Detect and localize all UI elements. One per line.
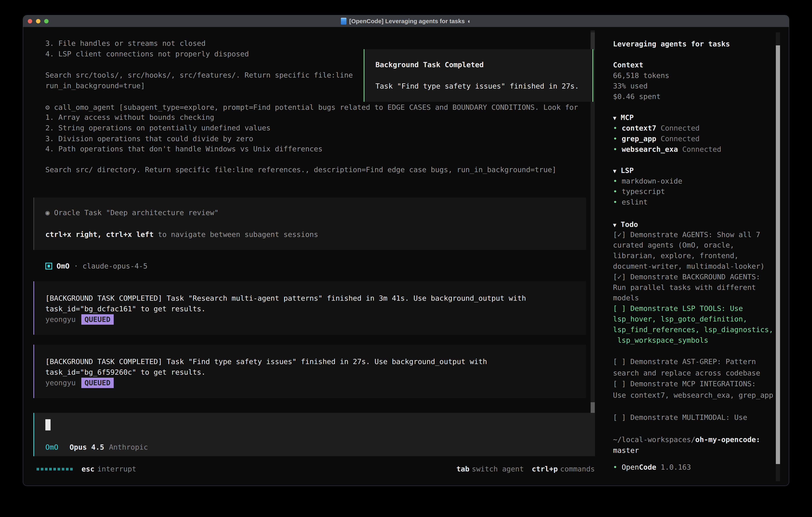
todo-item-active-line: lsp_find_references, lsp_diagnostics,	[613, 324, 773, 335]
mcp-item-name: context7	[621, 124, 656, 132]
main-scrollbar-cap[interactable]	[590, 32, 595, 50]
oracle-task-title: Oracle Task "Deep architecture review"	[54, 209, 219, 217]
todo-heading: Todo	[621, 220, 638, 228]
mcp-item: • websearch_exa Connected	[613, 144, 721, 155]
message-block: [BACKGROUND TASK COMPLETED] Task "Find t…	[33, 345, 586, 398]
bullet-dot-icon: •	[613, 135, 617, 143]
agent-chip: OmO · claude-opus-4-5	[46, 261, 147, 271]
todo-item-pending-line: [ ] Demonstrate MCP INTEGRATIONS:	[613, 379, 756, 389]
mcp-section-header[interactable]: ▼ MCP	[613, 112, 634, 124]
scrollback-line: 3. File handles or streams not closed	[46, 38, 206, 49]
spinner-dots-icon	[36, 468, 73, 470]
status-badge: QUEUED	[81, 378, 114, 388]
terminal-content: 3. File handles or streams not closed 4.…	[23, 27, 789, 486]
terminal-window: [OpenCode] Leveraging agents for tasks ◐…	[23, 15, 789, 486]
tab-key-label: switch agent	[472, 464, 524, 474]
workspace-repo: oh-my-opencode:	[695, 435, 760, 444]
lsp-item-name: markdown-oxide	[621, 177, 682, 185]
context-spent: $0.46 spent	[613, 91, 661, 102]
tool-call-line: 3. Division operations that could divide…	[46, 134, 253, 144]
background-task-toast: Background Task Completed Task "Find typ…	[364, 49, 593, 102]
todo-item-done-line: librarian, explore, frontend,	[613, 250, 739, 261]
mcp-item-status: Connected	[661, 135, 699, 143]
titlebar[interactable]: [OpenCode] Leveraging agents for tasks ◐	[23, 16, 789, 27]
lsp-item: • eslint	[613, 197, 647, 207]
tool-call-line: 2. String operations on potentially unde…	[46, 123, 270, 133]
lsp-section-header[interactable]: ▼ LSP	[613, 165, 634, 176]
todo-item-done-line: document-writer, multimodal-looker)	[613, 261, 765, 272]
oracle-task-panel[interactable]: ◉ Oracle Task "Deep architecture review"…	[33, 197, 586, 250]
context-heading: Context	[613, 60, 643, 70]
sidebar: Leveraging agents for tasks Context 66,5…	[613, 27, 789, 486]
collapse-triangle-icon: ▼	[613, 222, 616, 228]
input-meta: OmOOpus 4.5Anthropic	[46, 442, 148, 453]
todo-item-done-line: [✓] Demonstrate AGENTS: Show all 7	[613, 229, 760, 240]
tool-call-line: 4. Path operations that don't handle Win…	[46, 144, 322, 154]
message-author: yeongyu	[46, 314, 76, 325]
tool-call-line: Search src/ directory. Return specific f…	[46, 165, 556, 175]
gear-icon: ⚙	[46, 103, 50, 111]
toast-title: Background Task Completed	[375, 60, 484, 70]
esc-key-hint: esc	[82, 464, 94, 474]
mcp-item: • context7 Connected	[613, 123, 700, 133]
context-used: 33% used	[613, 81, 647, 91]
todo-item-pending-line: [ ] Demonstrate MULTIMODAL: Use	[613, 412, 747, 423]
status-bar-left: esc interrupt	[36, 464, 136, 474]
lsp-item: • typescript	[613, 186, 665, 197]
app-name-bold: Code	[639, 463, 656, 471]
context-tokens: 66,518 tokens	[613, 71, 669, 81]
todo-item-pending-line: [ ] Demonstrate AST-GREP: Pattern	[613, 356, 756, 367]
status-badge: QUEUED	[81, 314, 114, 325]
agent-chip-text: OmO · claude-opus-4-5	[57, 261, 147, 271]
window-title: [OpenCode] Leveraging agents for tasks	[349, 16, 465, 27]
mcp-item: • grep_app Connected	[613, 134, 700, 144]
input-model-label: Opus 4.5	[69, 443, 104, 451]
document-icon	[341, 18, 346, 25]
workspace-branch: master	[613, 445, 639, 456]
text-cursor	[46, 419, 51, 430]
mcp-item-name: websearch_exa	[621, 145, 678, 153]
agent-icon	[46, 263, 52, 270]
todo-section-header[interactable]: ▼ Todo	[613, 219, 638, 230]
prompt-input[interactable]: OmOOpus 4.5Anthropic	[33, 413, 595, 456]
lsp-item-name: eslint	[621, 198, 647, 206]
input-agent-label: OmO	[46, 443, 58, 451]
todo-item-active-line: lsp_workspace_symbols	[613, 335, 708, 346]
bullet-dot-icon: •	[613, 145, 617, 153]
fisheye-icon: ◉	[46, 209, 50, 217]
todo-item-done-line: [✓] Demonstrate BACKGROUND AGENTS:	[613, 272, 760, 282]
collapse-triangle-icon: ▼	[613, 115, 616, 121]
tool-call-line: ⚙ call_omo_agent [subagent_type=explore,…	[46, 102, 578, 113]
todo-item-done-line: curated agents (OmO, oracle,	[613, 240, 734, 250]
bullet-dot-icon: •	[613, 187, 617, 195]
mcp-item-status: Connected	[661, 124, 699, 132]
mcp-item-status: Connected	[682, 145, 721, 153]
bullet-dot-icon: •	[613, 198, 617, 206]
mcp-item-name: grep_app	[621, 135, 656, 143]
esc-key-label: interrupt	[97, 464, 136, 474]
bullet-dot-icon: •	[613, 124, 617, 132]
todo-item-active-line: [ ] Demonstrate LSP TOOLS: Use	[613, 303, 743, 314]
message-line: task_id="bg_dcfac161" to get results.	[46, 304, 206, 314]
todo-item-done-line: models	[613, 293, 639, 303]
toast-body: Task "Find type safety issues" finished …	[375, 81, 579, 91]
tool-call-text: call_omo_agent [subagent_type=explore, p…	[54, 103, 578, 111]
agent-chip-separator: ·	[74, 262, 78, 270]
oracle-hint-keys: ctrl+x right, ctrl+x left	[46, 230, 154, 239]
input-provider-label: Anthropic	[109, 443, 148, 451]
todo-item-done-line: Run parallel tasks with different	[613, 282, 756, 293]
sidebar-scrollbar-thumb[interactable]	[776, 45, 780, 464]
cmd-key-hint: ctrl+p	[532, 464, 558, 474]
busy-indicator-icon: ◐	[467, 16, 471, 27]
main-scrollbar-thumb[interactable]	[590, 402, 595, 414]
todo-item-pending-line: Use context7, websearch_exa, grep_app	[613, 390, 773, 401]
lsp-heading: LSP	[621, 166, 634, 174]
scrollback-line: Search src/tools/, src/hooks/, src/featu…	[46, 70, 353, 80]
workspace-path-prefix: ~/local-workspaces/	[613, 435, 695, 444]
message-block: [BACKGROUND TASK COMPLETED] Task "Resear…	[33, 281, 586, 335]
message-line: task_id="bg_6f59260c" to get results.	[46, 367, 206, 377]
oracle-hint-rest: to navigate between subagent sessions	[154, 230, 318, 239]
todo-item-pending-line: search and replace across codebase	[613, 368, 760, 378]
bullet-dot-icon: •	[613, 177, 617, 185]
session-title: Leveraging agents for tasks	[613, 39, 730, 49]
